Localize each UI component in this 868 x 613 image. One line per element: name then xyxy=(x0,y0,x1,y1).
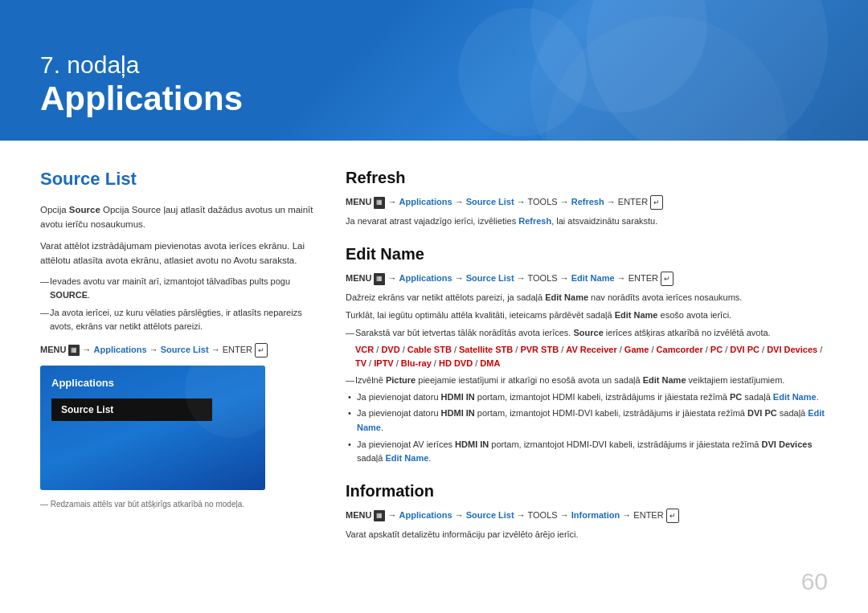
device-list: VCR / DVD / Cable STB / Satellite STB / … xyxy=(355,343,828,371)
dash-item-2: Ja avota ierīcei, uz kuru vēlaties pārsl… xyxy=(40,306,313,333)
main-content: Source List Opcija Source Opcija Source … xyxy=(0,141,868,613)
right-column: Refresh MENU ▦ → Applications → Source L… xyxy=(346,169,828,593)
edit-name-desc2: Turklāt, lai iegūtu optimālu attēla kval… xyxy=(346,309,828,323)
deco-circle-3 xyxy=(587,0,828,141)
bullet-item-3: Ja pievienojat AV ierīces HDMI IN portam… xyxy=(346,438,828,466)
chapter-label: 7. nodaļa xyxy=(40,51,243,80)
edit-name-desc1: Dažreiz ekrāns var netikt attēlots parei… xyxy=(346,291,828,305)
information-heading: Information xyxy=(346,482,828,501)
dash-picture: Izvēlnē Picture pieejamie iestatījumi ir… xyxy=(346,374,828,387)
source-list-heading: Source List xyxy=(40,169,313,190)
information-menu-path: MENU ▦ → Applications → Source List → TO… xyxy=(346,509,828,523)
dash-item-1: Ievades avotu var mainīt arī, izmantojot… xyxy=(40,275,313,302)
source-list-para1: Opcija Source Opcija Source ļauj atlasīt… xyxy=(40,202,313,232)
refresh-heading: Refresh xyxy=(346,169,828,187)
source-list-para2: Varat attēlot izstrādājumam pievienotas … xyxy=(40,239,313,268)
dash-devices: Sarakstā var būt ietvertas tālāk norādīt… xyxy=(346,326,828,340)
header-title: 7. nodaļa Applications xyxy=(40,51,243,118)
apps-screenshot: Applications Source List xyxy=(40,366,265,490)
header-banner: 7. nodaļa Applications xyxy=(0,0,868,141)
left-column: Source List Opcija Source Opcija Source … xyxy=(40,169,313,593)
edit-name-menu-path: MENU ▦ → Applications → Source List → TO… xyxy=(346,272,828,286)
footnote: — Redzamais attēls var būt atšķirīgs atk… xyxy=(40,500,313,509)
page-title: Applications xyxy=(40,80,243,118)
refresh-menu-path: MENU ▦ → Applications → Source List → TO… xyxy=(346,195,828,210)
bullet-item-1: Ja pievienojat datoru HDMI IN portam, iz… xyxy=(346,390,828,405)
deco-circle-2 xyxy=(458,8,587,137)
apps-label: Applications xyxy=(51,377,254,389)
refresh-section: Refresh MENU ▦ → Applications → Source L… xyxy=(346,169,828,229)
bullet-item-2: Ja pievienojat datoru HDMI IN portam, iz… xyxy=(346,407,828,435)
page-number: 60 xyxy=(801,568,828,595)
information-desc: Varat apskatīt detalizētu informāciju pa… xyxy=(346,528,828,542)
menu-path-left: MENU ▦ → Applications → Source List → EN… xyxy=(40,343,313,358)
edit-name-section: Edit Name MENU ▦ → Applications → Source… xyxy=(346,245,828,466)
source-list-item: Source List xyxy=(51,398,212,421)
refresh-desc: Ja nevarat atrast vajadzīgo ierīci, izvē… xyxy=(346,215,828,229)
information-section: Information MENU ▦ → Applications → Sour… xyxy=(346,482,828,542)
edit-name-heading: Edit Name xyxy=(346,245,828,264)
